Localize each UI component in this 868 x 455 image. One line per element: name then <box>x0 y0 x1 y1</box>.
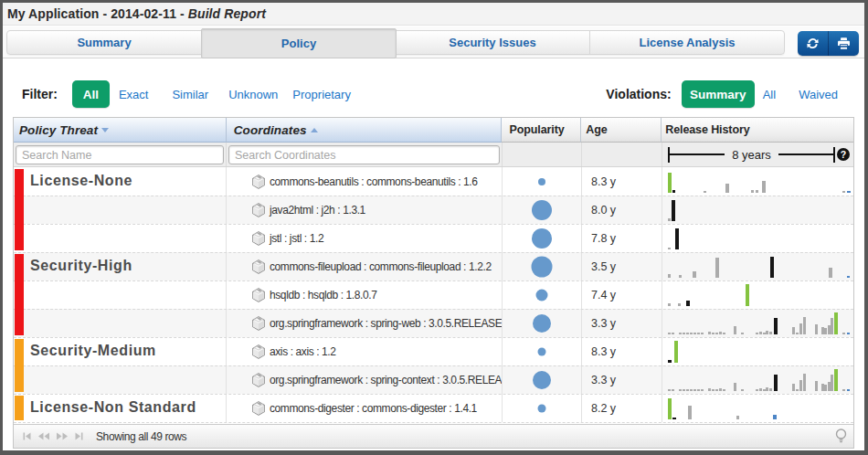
release-bar <box>834 369 838 391</box>
release-history-cell <box>662 309 853 337</box>
filter-proprietary-link[interactable]: Proprietary <box>292 88 351 101</box>
component-row[interactable]: org.springframework : spring-web : 3.0.5… <box>14 309 853 337</box>
age-filter-cell <box>582 143 662 166</box>
popularity-circle <box>538 347 546 355</box>
component-row[interactable]: hsqldb : hsqldb : 1.8.0.77.4 y <box>14 280 853 309</box>
scale-cell: 8 years ? <box>662 143 853 166</box>
policy-threat-cell: Security-High <box>14 252 227 280</box>
release-bar <box>683 333 685 334</box>
popularity-circle <box>538 178 545 185</box>
coordinate-text: commons-beanutils : commons-beanutils : … <box>270 175 478 188</box>
age-cell: 7.8 y <box>582 224 662 252</box>
release-bar <box>756 190 758 193</box>
component-row[interactable]: Security-Highcommons-fileupload : common… <box>14 252 853 280</box>
violations-waived-link[interactable]: Waived <box>799 88 838 101</box>
release-bar <box>679 275 682 278</box>
refresh-button[interactable] <box>798 31 828 56</box>
release-bar <box>824 328 827 334</box>
page-last-icon <box>75 432 83 440</box>
release-bar <box>679 333 682 334</box>
help-icon[interactable]: ? <box>837 148 850 161</box>
pager-next-button[interactable] <box>57 432 68 440</box>
release-bar <box>683 389 685 391</box>
release-bar <box>708 388 711 391</box>
release-bar <box>847 276 850 278</box>
age-value: 3.3 y <box>582 365 662 394</box>
release-bar <box>672 389 674 391</box>
release-bar <box>668 398 672 419</box>
release-bar <box>674 341 678 363</box>
component-row[interactable]: jstl : jstl : 1.27.8 y <box>14 224 853 252</box>
filter-similar-link[interactable]: Similar <box>172 88 208 101</box>
tab-summary[interactable]: Summary <box>7 31 202 54</box>
column-header-popularity[interactable]: Popularity <box>502 118 581 143</box>
coordinates-cell: jstl : jstl : 1.2 <box>227 224 503 252</box>
column-header-policy-threat[interactable]: Policy Threat <box>14 118 227 143</box>
coordinate-text: jstl : jstl : 1.2 <box>270 232 323 245</box>
search-coordinates-input[interactable] <box>228 145 500 164</box>
build-report-window: My Application - 2014-02-11 - Build Repo… <box>0 0 868 455</box>
filter-unknown-link[interactable]: Unknown <box>228 88 278 101</box>
release-history-cell <box>662 365 853 394</box>
popularity-cell <box>503 224 582 252</box>
toolbar-buttons <box>798 31 859 56</box>
popularity-cell <box>503 337 582 365</box>
release-bar <box>672 200 675 221</box>
age-cell: 3.5 y <box>582 252 662 280</box>
violations-label: Violations: <box>606 87 671 101</box>
column-header-release-history[interactable]: Release History <box>662 118 853 143</box>
release-bar <box>759 388 762 391</box>
component-row[interactable]: License-Nonecommons-beanutils : commons-… <box>14 167 853 196</box>
pager-first-button[interactable] <box>23 432 31 440</box>
age-value: 8.3 y <box>582 337 662 365</box>
component-box-icon <box>251 316 266 331</box>
filter-group: Filter: All Exact Similar Unknown Propri… <box>22 80 351 108</box>
popularity-circle <box>532 228 552 249</box>
release-bar <box>672 418 676 419</box>
release-bar <box>734 383 736 391</box>
filter-exact-link[interactable]: Exact <box>119 88 149 101</box>
threat-level-bar <box>15 339 24 392</box>
pager-last-button[interactable] <box>75 432 83 440</box>
age-cell: 3.3 y <box>582 309 662 337</box>
age-cell: 8.2 y <box>582 394 662 422</box>
column-header-age[interactable]: Age <box>581 118 662 143</box>
filter-all-button[interactable]: All <box>72 80 110 108</box>
popularity-cell <box>503 309 582 337</box>
column-header-coordinates[interactable]: Coordinates <box>227 118 503 143</box>
threat-level-bar <box>15 254 24 335</box>
release-bar <box>815 324 818 334</box>
search-name-input[interactable] <box>16 145 224 164</box>
violations-all-link[interactable]: All <box>763 88 776 101</box>
scale-line <box>670 153 725 155</box>
tab-license-analysis[interactable]: License Analysis <box>590 31 784 54</box>
release-bar <box>725 184 729 193</box>
print-icon <box>837 37 851 50</box>
coordinate-text: axis : axis : 1.2 <box>270 345 336 358</box>
coordinate-text: commons-digester : commons-digester : 1.… <box>270 402 477 415</box>
sort-desc-icon <box>101 128 109 132</box>
print-button[interactable] <box>828 31 859 56</box>
component-row[interactable]: License-Non Standardcommons-digester : c… <box>14 394 853 422</box>
violations-summary-button[interactable]: Summary <box>682 80 755 108</box>
age-value: 8.3 y <box>582 167 662 196</box>
policy-threat-cell <box>14 280 227 309</box>
tab-bar: SummaryPolicySecurity IssuesLicense Anal… <box>3 26 864 58</box>
coordinate-text: commons-fileupload : commons-fileupload … <box>270 260 492 273</box>
release-bar <box>736 416 739 419</box>
release-bar <box>831 318 833 334</box>
policy-threat-cell <box>14 196 227 224</box>
release-bar <box>770 257 774 278</box>
component-row[interactable]: java2html : j2h : 1.3.18.0 y <box>14 196 853 224</box>
tab-policy[interactable]: Policy <box>201 28 397 58</box>
component-row[interactable]: Security-Mediumaxis : axis : 1.28.3 y <box>14 337 853 365</box>
popularity-circle <box>538 404 546 412</box>
popularity-cell <box>503 280 582 309</box>
release-history-scale: 8 years <box>668 143 835 166</box>
tab-security-issues[interactable]: Security Issues <box>396 31 590 54</box>
age-value: 8.2 y <box>582 394 662 422</box>
component-row[interactable]: org.springframework : spring-context : 3… <box>14 365 853 394</box>
coordinates-cell: axis : axis : 1.2 <box>227 337 503 365</box>
pager-previous-button[interactable] <box>38 432 49 440</box>
hint-button[interactable] <box>835 429 847 445</box>
